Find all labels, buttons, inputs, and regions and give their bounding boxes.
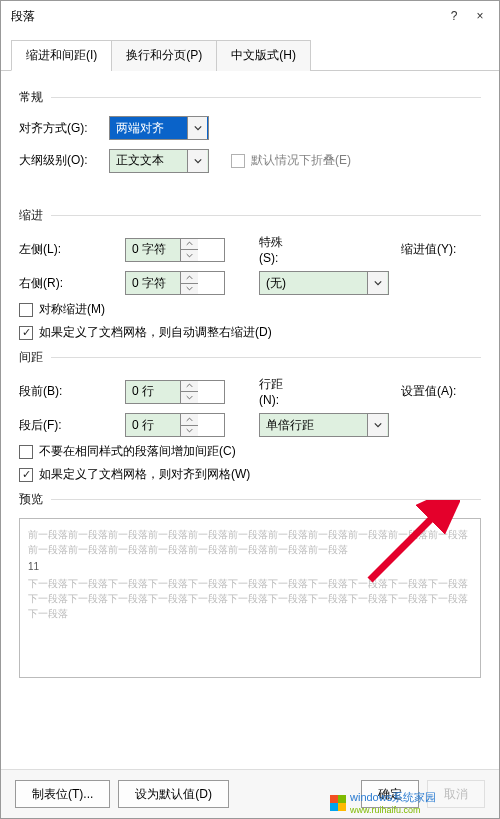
line-spacing-select[interactable]: 单倍行距 [259, 413, 389, 437]
no-space-same-style-checkbox[interactable]: 不要在相同样式的段落间增加间距(C) [19, 443, 481, 460]
tab-line-page-breaks[interactable]: 换行和分页(P) [111, 40, 217, 71]
space-after-spinner[interactable]: 0 行 [125, 413, 225, 437]
snap-to-grid-checkbox[interactable]: 如果定义了文档网格，则对齐到网格(W) [19, 466, 481, 483]
spacing-at-label: 设置值(A): [401, 383, 481, 400]
dialog-body: 常规 对齐方式(G): 两端对齐 大纲级别(O): 正文文本 默认情况下折叠(E… [1, 71, 499, 769]
tab-asian-typography[interactable]: 中文版式(H) [216, 40, 311, 71]
indent-by-label: 缩进值(Y): [401, 241, 481, 258]
special-select[interactable]: (无) [259, 271, 389, 295]
outline-select[interactable]: 正文文本 [109, 149, 209, 173]
spinner-up-icon[interactable] [181, 272, 198, 284]
indent-left-label: 左侧(L): [19, 241, 119, 258]
help-button[interactable]: ? [441, 3, 467, 29]
group-general: 常规 [19, 89, 481, 106]
space-before-label: 段前(B): [19, 383, 119, 400]
tab-indent-spacing[interactable]: 缩进和间距(I) [11, 40, 112, 71]
mirror-indent-checkbox[interactable]: 对称缩进(M) [19, 301, 481, 318]
group-preview: 预览 [19, 491, 481, 508]
paragraph-dialog: 段落 ? × 缩进和间距(I) 换行和分页(P) 中文版式(H) 常规 对齐方式… [0, 0, 500, 819]
line-spacing-label: 行距(N): [231, 376, 289, 407]
close-button[interactable]: × [467, 3, 493, 29]
watermark: windows系统家园 www.ruihaifu.com [330, 790, 436, 815]
alignment-label: 对齐方式(G): [19, 120, 101, 137]
spinner-down-icon[interactable] [181, 284, 198, 295]
space-before-spinner[interactable]: 0 行 [125, 380, 225, 404]
auto-adjust-indent-checkbox[interactable]: 如果定义了文档网格，则自动调整右缩进(D) [19, 324, 481, 341]
space-after-label: 段后(F): [19, 417, 119, 434]
window-title: 段落 [7, 8, 441, 25]
tabs-button[interactable]: 制表位(T)... [15, 780, 110, 808]
indent-right-spinner[interactable]: 0 字符 [125, 271, 225, 295]
tabstrip: 缩进和间距(I) 换行和分页(P) 中文版式(H) [1, 31, 499, 71]
special-label: 特殊(S): [231, 234, 289, 265]
spinner-down-icon[interactable] [181, 250, 198, 261]
alignment-select[interactable]: 两端对齐 [109, 116, 209, 140]
spinner-up-icon[interactable] [181, 381, 198, 393]
collapse-checkbox: 默认情况下折叠(E) [231, 152, 351, 169]
windows-logo-icon [330, 795, 346, 811]
indent-left-spinner[interactable]: 0 字符 [125, 238, 225, 262]
chevron-down-icon[interactable] [187, 117, 207, 139]
indent-right-label: 右侧(R): [19, 275, 119, 292]
titlebar: 段落 ? × [1, 1, 499, 31]
chevron-down-icon[interactable] [367, 272, 387, 294]
preview-box: 前一段落前一段落前一段落前一段落前一段落前一段落前一段落前一段落前一段落前一段落… [19, 518, 481, 678]
chevron-down-icon[interactable] [187, 150, 207, 172]
spinner-up-icon[interactable] [181, 414, 198, 426]
spinner-down-icon[interactable] [181, 426, 198, 437]
spinner-down-icon[interactable] [181, 392, 198, 403]
spinner-up-icon[interactable] [181, 239, 198, 251]
outline-label: 大纲级别(O): [19, 152, 101, 169]
set-default-button[interactable]: 设为默认值(D) [118, 780, 229, 808]
group-spacing: 间距 [19, 349, 481, 366]
group-indent: 缩进 [19, 207, 481, 224]
chevron-down-icon[interactable] [367, 414, 387, 436]
